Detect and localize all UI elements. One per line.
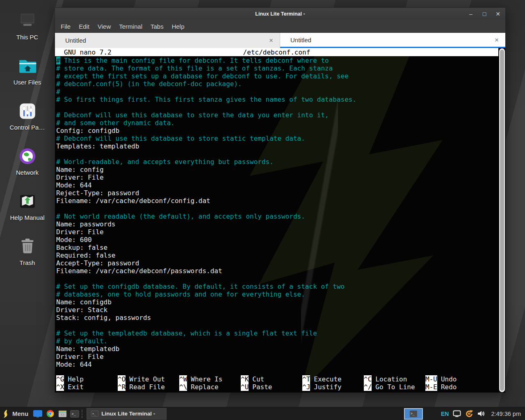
pager-terminal-icon: >_ bbox=[410, 411, 417, 417]
menu-button[interactable]: Menu bbox=[0, 407, 32, 420]
menu-file[interactable]: File bbox=[57, 21, 75, 32]
terminal-line bbox=[56, 275, 505, 283]
terminal-scrollbar[interactable] bbox=[499, 48, 505, 392]
menu-tabs[interactable]: Tabs bbox=[146, 21, 168, 32]
computer-icon bbox=[17, 11, 38, 31]
taskbar-separator bbox=[82, 410, 85, 418]
nano-body[interactable]: # This is the main config file for debco… bbox=[55, 56, 505, 368]
shortcut-read-file: ^RRead File bbox=[118, 383, 179, 391]
blue-display-icon bbox=[33, 410, 42, 418]
menu-edit[interactable]: Edit bbox=[75, 21, 94, 32]
desktop-icon-label: Help Manual bbox=[10, 214, 44, 221]
keyboard-layout-indicator[interactable]: EN bbox=[441, 411, 449, 417]
terminal-line: Mode: 644 bbox=[56, 181, 505, 189]
terminal-line: Name: passwords bbox=[56, 220, 505, 228]
desktop-icon-network[interactable]: Network bbox=[0, 143, 55, 188]
window-title: Linux Lite Terminal - bbox=[55, 11, 505, 17]
linux-lite-flame-icon bbox=[3, 410, 9, 418]
terminal-line: # Set up the templatedb database, which … bbox=[56, 329, 505, 337]
close-icon[interactable]: ✕ bbox=[495, 11, 501, 17]
terminal-line: Name: configdb bbox=[56, 298, 505, 306]
terminal-line: # World-readable, and accepts everything… bbox=[56, 158, 505, 166]
shortcut-where-is: ^WWhere Is bbox=[179, 375, 241, 383]
terminal-line bbox=[56, 103, 505, 111]
clock[interactable]: 2:49:36 pm bbox=[491, 411, 521, 417]
terminal-line: Mode: 600 bbox=[56, 236, 505, 244]
terminal-line: Required: false bbox=[56, 251, 505, 259]
launcher-desktop[interactable] bbox=[32, 407, 44, 420]
trash-icon bbox=[17, 236, 38, 257]
terminal-line: Driver: Stack bbox=[56, 306, 505, 314]
task-button-label: Linux Lite Terminal - bbox=[101, 411, 155, 417]
desktop-icon-this-pc[interactable]: This PC bbox=[0, 7, 55, 52]
launcher-file-manager[interactable] bbox=[56, 407, 68, 420]
terminal-line bbox=[56, 322, 505, 329]
tab-untitled-2[interactable]: Untitled × bbox=[280, 33, 505, 48]
terminal-line: Name: templatedb bbox=[56, 345, 505, 353]
svg-text:>_: >_ bbox=[92, 412, 96, 415]
terminal-content[interactable]: GNU nano 7.2 /etc/debconf.conf # This is… bbox=[55, 48, 505, 393]
updates-refresh-icon[interactable]: e bbox=[465, 410, 473, 418]
desktop-icon-control-panel[interactable]: Control Pa… bbox=[0, 98, 55, 143]
file-manager-icon bbox=[58, 410, 67, 418]
display-tray-icon[interactable] bbox=[453, 410, 461, 417]
window-titlebar[interactable]: Linux Lite Terminal - – □ ✕ bbox=[55, 8, 505, 20]
menu-view[interactable]: View bbox=[94, 21, 115, 32]
desktop-icon-help-manual[interactable]: Help Manual bbox=[0, 188, 55, 233]
terminal-line: Backup: false bbox=[56, 244, 505, 251]
terminal-line: # by default. bbox=[56, 337, 505, 345]
shortcut-help: ^GHelp bbox=[56, 375, 118, 383]
shortcut-paste: ^UPaste bbox=[241, 383, 302, 391]
terminal-line: Stack: config, passwords bbox=[56, 314, 505, 322]
tab-close-icon[interactable]: × bbox=[268, 37, 274, 44]
desktop-icon-user-files[interactable]: User Files bbox=[0, 52, 55, 98]
volume-icon[interactable] bbox=[477, 410, 485, 417]
terminal-line: Filename: /var/cache/debconf/passwords.d… bbox=[56, 267, 505, 275]
terminal-line bbox=[56, 150, 505, 158]
desktop-icon-trash[interactable]: Trash bbox=[0, 233, 55, 278]
task-button-terminal[interactable]: >_ Linux Lite Terminal - bbox=[87, 408, 167, 420]
terminal-line: # databases, one to hold passwords and o… bbox=[56, 290, 505, 298]
sliders-icon bbox=[17, 101, 38, 121]
desktop-icon-label: User Files bbox=[14, 79, 41, 86]
shortcut-exit: ^XExit bbox=[56, 383, 118, 391]
tab-close-icon[interactable]: × bbox=[494, 37, 500, 43]
desktop-icon-label: Network bbox=[16, 169, 39, 176]
menu-terminal[interactable]: Terminal bbox=[115, 21, 146, 32]
launcher-terminal[interactable]: >_ bbox=[68, 407, 81, 420]
desktop-icon-label: Trash bbox=[20, 259, 35, 266]
desktop-icon-list: This PC User Files Control Pa… bbox=[0, 7, 55, 278]
maximize-icon[interactable]: □ bbox=[481, 11, 488, 17]
shortcut-undo: M-UUndo bbox=[425, 375, 487, 383]
terminal-window: Linux Lite Terminal - – □ ✕ FileEditView… bbox=[55, 7, 506, 393]
manual-map-icon bbox=[17, 191, 38, 212]
chrome-icon bbox=[46, 410, 54, 418]
terminal-line: Config: configdb bbox=[56, 127, 505, 135]
scrollbar-thumb[interactable] bbox=[500, 50, 504, 391]
shortcut-redo: M-ERedo bbox=[425, 383, 487, 391]
tab-untitled-1[interactable]: Untitled × bbox=[55, 33, 280, 48]
terminal-line: Templates: templatedb bbox=[56, 142, 505, 150]
taskbar: Menu >_ bbox=[0, 407, 525, 420]
terminal-line: # Debconf will use this database to stor… bbox=[56, 135, 505, 142]
terminal-line: # This is the main config file for debco… bbox=[56, 57, 505, 64]
terminal-line: # and some other dynamic data. bbox=[56, 119, 505, 127]
shortcut-go-to-line: ^/Go To Line bbox=[364, 383, 425, 391]
terminal-line: # Debconf will use this database to stor… bbox=[56, 111, 505, 119]
desktop-icon-label: This PC bbox=[16, 34, 38, 41]
workspace-pager[interactable]: >_ bbox=[404, 408, 423, 420]
shortcut-justify: ^JJustify bbox=[302, 383, 364, 391]
desktop-icon-label: Control Pa… bbox=[10, 124, 45, 131]
menu-help[interactable]: Help bbox=[168, 21, 189, 32]
terminal-line bbox=[56, 205, 505, 212]
terminal-line: # debconf.conf(5) (in the debconf-doc pa… bbox=[56, 80, 505, 88]
menu-button-label: Menu bbox=[12, 410, 28, 417]
terminal-line: # store data. The format of this file is… bbox=[56, 64, 505, 72]
tab-label: Untitled bbox=[290, 37, 494, 43]
terminal-line: # bbox=[56, 88, 505, 96]
launcher-chrome[interactable] bbox=[44, 407, 56, 420]
minimize-icon[interactable]: – bbox=[468, 11, 474, 17]
home-folder-icon bbox=[17, 56, 38, 76]
terminal-icon: >_ bbox=[70, 410, 79, 418]
shortcut-cut: ^KCut bbox=[241, 375, 302, 383]
